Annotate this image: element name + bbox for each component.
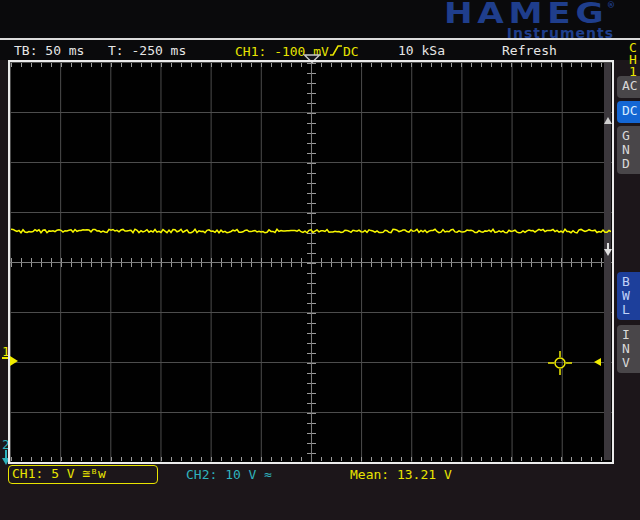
ch1-trace <box>11 223 611 239</box>
ch1-trigger-coupling: DC <box>343 44 359 59</box>
registered-mark: ® <box>608 0 614 11</box>
ch2-scale-readout: CH2: 10 V ≈ <box>186 467 272 482</box>
ch1-trigger-readout: CH1: -100 mVDC <box>235 43 359 59</box>
center-horizontal-axis <box>10 262 612 263</box>
right-edge-marker-icon <box>594 358 601 366</box>
reference-crosshair-icon <box>547 350 573 376</box>
sidebar-channel-label: C H 1 <box>626 42 640 78</box>
sidebar-button-inv[interactable]: I N V <box>617 325 640 373</box>
trigger-time-readout: T: -250 ms <box>108 43 186 58</box>
acquisition-mode-readout: Refresh <box>502 43 557 58</box>
ch2-arrow-stem <box>5 450 7 458</box>
track-up-arrow-icon <box>604 117 612 124</box>
track-down-arrow-icon <box>604 249 612 256</box>
ch2-arrow-down-icon <box>2 458 10 465</box>
brand-wordmark: HAMEG <box>444 0 608 26</box>
mean-measurement-readout: Mean: 13.21 V <box>350 467 452 482</box>
header-bar: HMO1022 (HW 0x10160000; SW 04.001) HAMEG… <box>0 0 640 38</box>
hameg-logo: HAMEG® Instruments <box>469 0 614 40</box>
sidebar-button-gnd[interactable]: G N D <box>617 126 640 174</box>
sidebar-button-dc[interactable]: DC <box>617 101 640 123</box>
sample-rate-readout: 10 kSa <box>398 43 445 58</box>
oscilloscope-screen: HMO1022 (HW 0x10160000; SW 04.001) HAMEG… <box>0 0 640 520</box>
ch1-arrow-right-icon <box>10 356 18 366</box>
rising-edge-icon <box>330 44 342 57</box>
timebase-readout: TB: 50 ms <box>14 43 84 58</box>
trigger-position-icon <box>303 54 321 64</box>
sidebar-button-ac[interactable]: AC <box>617 76 640 98</box>
sidebar-button-bwl[interactable]: B W L <box>617 272 640 320</box>
ch1-scale-box: CH1: 5 V ≅ᴮw <box>8 465 158 484</box>
